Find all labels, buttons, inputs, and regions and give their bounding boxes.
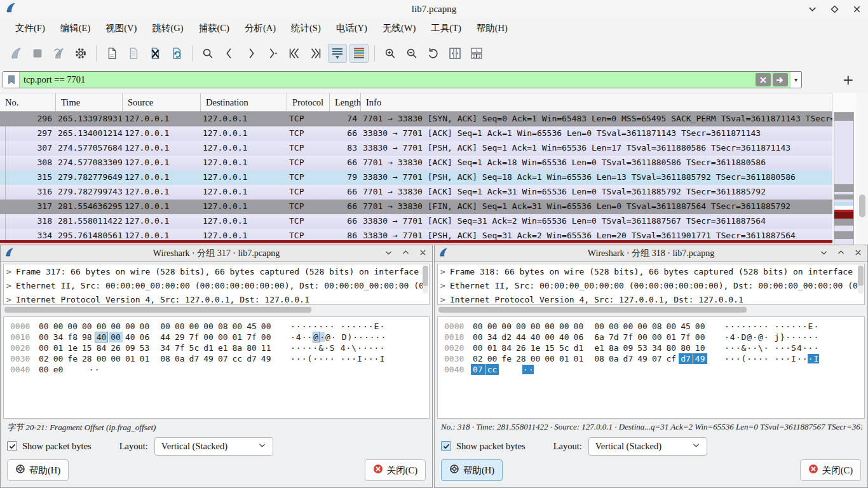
hex-byte[interactable]: 5c [187, 342, 201, 353]
ascii-char[interactable]: · [290, 354, 296, 363]
ascii-char[interactable]: · [763, 332, 769, 342]
menu-item-10[interactable]: 工具(T) [423, 20, 469, 37]
hex-byte[interactable]: fe [65, 353, 79, 364]
ascii-char[interactable]: · [808, 343, 813, 353]
hex-byte[interactable]: 1e [529, 342, 543, 353]
ascii-char[interactable]: · [381, 332, 386, 342]
hex-byte[interactable]: e0 [51, 364, 65, 375]
hex-byte[interactable]: 00 [51, 353, 65, 364]
first-packet-icon[interactable] [285, 44, 304, 63]
tree-item[interactable]: >Frame 318: 66 bytes on wire (528 bits),… [438, 264, 864, 278]
hex-byte[interactable]: 00 [95, 321, 109, 332]
ascii-char[interactable]: · [329, 354, 335, 363]
ascii-char[interactable]: · [802, 322, 808, 331]
hex-byte[interactable]: d1 [572, 342, 586, 353]
ascii-char[interactable]: } [780, 332, 785, 342]
hex-byte[interactable]: 40 [123, 332, 137, 342]
hex-byte[interactable]: 53 [138, 342, 152, 353]
ascii-char[interactable]: · [329, 322, 335, 331]
hex-byte[interactable]: 00 [557, 321, 571, 332]
ascii-char[interactable]: · [307, 322, 313, 331]
ascii-char[interactable]: · [307, 332, 313, 342]
column-header-info[interactable]: Info [361, 93, 832, 111]
ascii-char[interactable]: ( [741, 354, 747, 363]
hex-byte[interactable]: d7 [679, 353, 693, 364]
hex-row[interactable]: 004000e0·· [10, 364, 429, 375]
ascii-char[interactable]: · [379, 322, 385, 331]
ascii-char[interactable]: S [329, 343, 335, 353]
close-icon[interactable] [419, 248, 427, 259]
ascii-char[interactable]: · [808, 332, 813, 342]
ascii-char[interactable]: · [318, 354, 324, 363]
hex-byte[interactable]: 00 [158, 321, 172, 332]
hex-byte[interactable]: 00 [529, 321, 543, 332]
hex-byte[interactable]: 26 [109, 342, 123, 353]
ascii-char[interactable]: · [346, 343, 351, 353]
ascii-char[interactable]: · [774, 322, 780, 331]
hex-byte[interactable]: 28 [514, 353, 528, 364]
ascii-char[interactable]: @ [313, 332, 320, 342]
maximize-icon[interactable] [830, 4, 839, 14]
ascii-char[interactable]: · [346, 354, 351, 363]
ascii-char[interactable]: · [729, 354, 735, 363]
hex-byte[interactable]: 00 [529, 353, 543, 364]
minimize-icon[interactable] [384, 248, 393, 259]
ascii-char[interactable]: · [796, 332, 802, 342]
ascii-char[interactable]: @ [757, 332, 763, 342]
hex-byte[interactable]: 00 [543, 321, 557, 332]
ascii-char[interactable]: · [295, 343, 301, 353]
hex-byte[interactable]: 49 [693, 353, 707, 364]
hex-byte[interactable]: 00 [543, 353, 557, 364]
hex-byte[interactable]: 1e [65, 342, 79, 353]
hex-row[interactable]: 000000000000000000000000000008004500····… [444, 321, 864, 332]
hex-byte[interactable]: 00 [665, 321, 679, 332]
hex-byte[interactable]: 02 [37, 353, 51, 364]
ascii-char[interactable]: · [735, 354, 741, 363]
maximize-icon[interactable] [837, 248, 845, 259]
hex-byte[interactable]: 01 [51, 342, 65, 353]
hex-byte[interactable]: 84 [95, 342, 109, 353]
tree-item[interactable]: >Internet Protocol Version 4, Src: 127.0… [438, 292, 864, 305]
hex-byte[interactable]: 7f [187, 332, 201, 342]
ascii-char[interactable]: · [763, 354, 769, 363]
hex-byte[interactable]: d7 [621, 353, 635, 364]
minimize-icon[interactable] [820, 248, 828, 259]
ascii-char[interactable]: · [796, 322, 802, 331]
hex-byte[interactable]: 11 [259, 342, 273, 353]
ascii-char[interactable]: · [358, 332, 364, 342]
hex-row[interactable]: 00100034d244400040066a7d7f0000017f00·4·D… [444, 332, 864, 342]
ascii-char[interactable]: 4 [729, 332, 735, 342]
tree-item[interactable]: >Ethernet II, Src: 00:00:00_00:00:00 (00… [438, 278, 864, 292]
hex-byte[interactable]: 06 [138, 332, 152, 342]
ascii-char[interactable]: · [340, 322, 346, 331]
ascii-char[interactable]: · [368, 322, 374, 331]
ascii-char[interactable]: · [747, 322, 752, 331]
ascii-char[interactable]: @ [747, 332, 752, 342]
menu-item-7[interactable]: 统计(S) [283, 20, 329, 37]
close-button[interactable]: 关闭(C) [800, 459, 861, 481]
ascii-char[interactable]: · [522, 365, 528, 374]
ascii-char[interactable]: · [94, 365, 100, 374]
hex-byte[interactable]: 49 [259, 353, 273, 364]
last-packet-icon[interactable] [306, 44, 325, 63]
hex-byte[interactable]: 45 [679, 321, 693, 332]
ascii-char[interactable]: · [351, 322, 357, 331]
ascii-char[interactable]: · [307, 343, 313, 353]
layout-select[interactable]: Vertical (Stacked) [588, 437, 707, 456]
reload-file-icon[interactable] [167, 44, 186, 63]
find-packet-icon[interactable] [198, 44, 217, 63]
hex-byte[interactable]: 00 [543, 332, 557, 342]
clear-filter-icon[interactable] [756, 73, 771, 86]
column-header-source[interactable]: Source [123, 93, 201, 111]
hex-byte[interactable]: 00 [621, 321, 635, 332]
ascii-char[interactable]: · [301, 332, 307, 342]
ascii-char[interactable]: · [379, 343, 385, 353]
menu-item-2[interactable]: 编辑(E) [53, 20, 98, 37]
hex-byte[interactable]: 0a [607, 353, 621, 364]
ascii-char[interactable]: · [362, 322, 368, 331]
ascii-char[interactable]: · [791, 322, 797, 331]
hex-byte[interactable]: 00 [693, 332, 707, 342]
ascii-char[interactable]: · [741, 322, 747, 331]
hex-byte[interactable]: 00 [693, 321, 707, 332]
hex-byte[interactable]: 00 [607, 321, 621, 332]
